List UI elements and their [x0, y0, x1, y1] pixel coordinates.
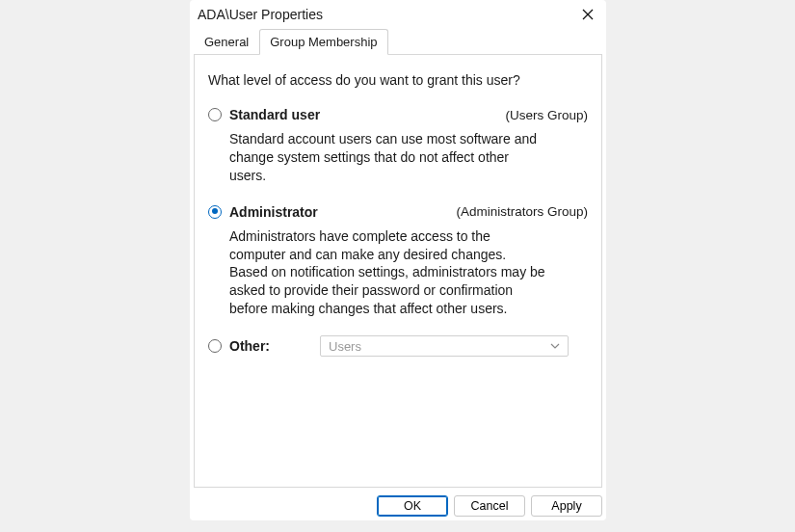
tab-strip: General Group Membership — [190, 27, 606, 55]
user-properties-dialog: ADA\User Properties General Group Member… — [190, 0, 606, 520]
option-administrator-label: Administrator — [229, 204, 318, 220]
tab-general[interactable]: General — [194, 29, 259, 55]
option-standard-user: Standard user (Users Group) Standard acc… — [208, 105, 588, 185]
other-group-dropdown[interactable]: Users — [320, 335, 569, 357]
radio-standard-user[interactable] — [208, 108, 222, 121]
chevron-down-icon — [550, 341, 560, 351]
apply-button[interactable]: Apply — [531, 495, 602, 517]
close-button[interactable] — [575, 4, 600, 25]
option-other: Other: Users — [208, 335, 588, 357]
option-standard-desc: Standard account users can use most soft… — [229, 130, 547, 185]
button-bar: OK Cancel Apply — [190, 492, 606, 520]
close-icon — [582, 9, 594, 20]
option-standard-group: (Users Group) — [505, 108, 588, 122]
option-administrator-desc: Administrators have complete access to t… — [229, 227, 547, 318]
group-membership-panel: What level of access do you want to gran… — [194, 54, 602, 488]
option-administrator-group: (Administrators Group) — [456, 204, 588, 219]
radio-other[interactable] — [208, 339, 222, 353]
ok-button[interactable]: OK — [377, 495, 448, 517]
option-other-label: Other: — [229, 338, 270, 354]
window-title: ADA\User Properties — [196, 7, 323, 22]
option-administrator: Administrator (Administrators Group) Adm… — [208, 202, 588, 318]
titlebar: ADA\User Properties — [190, 0, 606, 27]
option-standard-label: Standard user — [229, 107, 320, 122]
tab-group-membership[interactable]: Group Membership — [259, 29, 387, 55]
other-group-value: Users — [329, 339, 361, 354]
access-level-prompt: What level of access do you want to gran… — [208, 72, 588, 88]
radio-administrator[interactable] — [208, 205, 222, 219]
cancel-button[interactable]: Cancel — [454, 495, 525, 517]
